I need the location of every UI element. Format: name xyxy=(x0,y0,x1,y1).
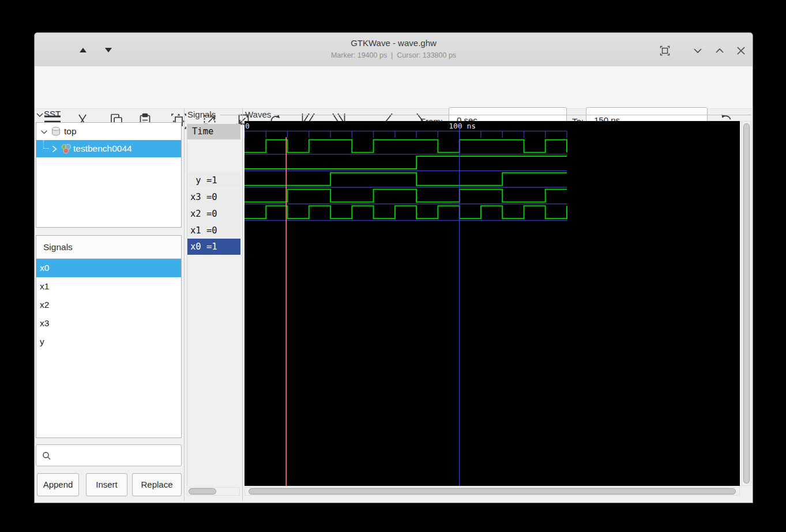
window-title: GTKWave - wave.ghw xyxy=(35,38,753,48)
svg-text:0: 0 xyxy=(245,122,250,130)
wave-hscrollbar[interactable] xyxy=(245,487,740,496)
tree-item-label: top xyxy=(64,123,77,140)
close-icon[interactable] xyxy=(735,45,747,56)
signal-search-panel: Signals x0x1x2x3y xyxy=(36,235,182,438)
insert-button[interactable]: Insert xyxy=(86,473,127,496)
cylinder-icon xyxy=(51,126,61,137)
replace-button[interactable]: Replace xyxy=(132,473,182,496)
signal-row-x0[interactable]: x0 =1 xyxy=(187,239,240,255)
signal-row-x2[interactable]: x2 =0 xyxy=(187,206,240,222)
signal-list-header: Signals xyxy=(36,236,181,259)
signal-row-x1[interactable]: x1 =0 xyxy=(187,222,240,239)
waves-frame-line xyxy=(273,115,751,115)
wave-vscrollbar[interactable] xyxy=(742,121,751,486)
expander-down-icon[interactable] xyxy=(40,129,48,135)
toolbar: From: To: xyxy=(35,66,753,109)
signal-column-hscrollbar[interactable] xyxy=(187,487,240,496)
svg-text:100 ns: 100 ns xyxy=(449,122,476,130)
append-button[interactable]: Append xyxy=(37,473,79,496)
screen: GTKWave - wave.ghw Marker: 19400 ps | Cu… xyxy=(0,0,786,532)
tree-item-label: testbench0044 xyxy=(73,140,132,157)
signal-row-x3[interactable]: x3 =0 xyxy=(187,189,240,205)
search-icon xyxy=(42,451,52,461)
pane-divider[interactable] xyxy=(242,108,243,501)
search-list-item-x2[interactable]: x2 xyxy=(36,296,181,314)
minimize-icon[interactable] xyxy=(692,45,704,56)
scroll-thumb[interactable] xyxy=(743,123,750,484)
sst-header-label: SST xyxy=(44,109,61,119)
wave-canvas[interactable]: 0100 ns xyxy=(245,121,740,486)
signal-row-y[interactable]: y =1 xyxy=(187,172,240,188)
signal-search-list: x0x1x2x3y xyxy=(36,259,181,351)
expander-right-icon[interactable] xyxy=(51,145,58,153)
search-list-item-x3[interactable]: x3 xyxy=(36,314,181,333)
scroll-thumb[interactable] xyxy=(189,488,216,495)
titlebar[interactable]: GTKWave - wave.ghw Marker: 19400 ps | Cu… xyxy=(35,33,753,67)
gtkwave-window: GTKWave - wave.ghw Marker: 19400 ps | Cu… xyxy=(35,33,753,503)
signal-name-column: Time y =1x3 =0x2 =0x1 =0x0 =1 xyxy=(187,124,240,486)
search-list-item-x0[interactable]: x0 xyxy=(36,259,181,277)
marker-cursor-status: Marker: 19400 ps | Cursor: 133800 ps xyxy=(35,51,753,59)
pane-divider[interactable] xyxy=(184,108,185,501)
tree-guide xyxy=(43,140,49,149)
time-header[interactable]: Time xyxy=(187,124,240,139)
maximize-icon[interactable] xyxy=(714,45,725,56)
sst-tree: top testbench0044 xyxy=(36,122,182,228)
waveform-plot: 0100 ns xyxy=(245,121,740,486)
frame-icon[interactable] xyxy=(659,45,671,56)
waves-frame-label: Waves xyxy=(245,110,271,119)
module-icon xyxy=(61,144,72,154)
tree-item-testbench[interactable]: testbench0044 xyxy=(36,140,181,157)
signals-frame-line xyxy=(220,115,241,115)
chevron-down-icon xyxy=(36,111,44,118)
sst-expander[interactable]: SST xyxy=(36,109,61,119)
tree-item-top[interactable]: top xyxy=(36,123,181,140)
scroll-thumb[interactable] xyxy=(249,488,736,495)
signals-frame-label: Signals xyxy=(187,110,216,119)
signal-search-field[interactable] xyxy=(36,444,182,466)
search-list-item-x1[interactable]: x1 xyxy=(36,277,181,296)
search-list-item-y[interactable]: y xyxy=(36,333,181,351)
